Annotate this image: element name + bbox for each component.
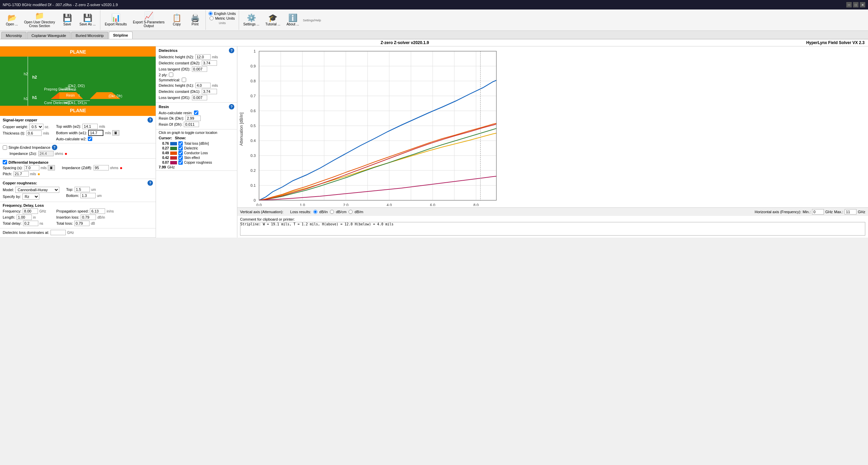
- roughness-top-input[interactable]: [75, 187, 90, 192]
- save-as-button[interactable]: 💾 Save As ...: [77, 13, 98, 27]
- dielectric-loss-input[interactable]: [51, 230, 66, 235]
- total-loss-checkbox[interactable]: [178, 141, 183, 146]
- tab-buried[interactable]: Buried Microstrip: [71, 32, 108, 39]
- english-units-radio[interactable]: [209, 12, 213, 16]
- tab-coplanar[interactable]: Coplanar Waveguide: [27, 32, 71, 39]
- save-button[interactable]: 💾 Save: [59, 13, 76, 27]
- legend-copper-roughness: 0.07 Copper roughness: [159, 160, 234, 165]
- dielectrics-section: Dielectrics ? Dielectric height (h2): mi…: [156, 46, 237, 103]
- zdiff-label: Impedance (Zdiff):: [62, 166, 92, 170]
- signal-copper-help[interactable]: ?: [147, 117, 153, 123]
- df1-input[interactable]: [192, 95, 207, 100]
- dk2-input[interactable]: [202, 60, 217, 66]
- bottom-width-input[interactable]: [88, 130, 103, 136]
- roughness-bottom-input[interactable]: [80, 193, 96, 198]
- close-button[interactable]: ✕: [860, 2, 865, 7]
- resin-help[interactable]: ?: [229, 104, 234, 109]
- loss-results-group: Loss results: dB/in dB/cm dB/m: [290, 210, 363, 214]
- resin-dk-input[interactable]: [185, 116, 201, 121]
- open-user-dir-button[interactable]: 📁 Open User DirectoryCross Section: [22, 11, 57, 29]
- about-button[interactable]: ℹ️ About ...: [284, 13, 301, 27]
- svg-text:6.0: 6.0: [430, 203, 435, 206]
- length-unit: in: [33, 216, 36, 219]
- zdiff-input[interactable]: [94, 165, 109, 170]
- single-ended-help[interactable]: ?: [52, 145, 57, 150]
- single-impedance-input[interactable]: [38, 151, 54, 156]
- export-results-button[interactable]: 📊 Export Results: [102, 13, 129, 27]
- tab-microstrip[interactable]: Microstrip: [1, 32, 26, 39]
- open-icon: 📂: [7, 14, 17, 22]
- svg-text:8.0: 8.0: [473, 203, 478, 206]
- auto-calc-w2-checkbox[interactable]: [88, 137, 92, 141]
- h-min-input[interactable]: [812, 209, 824, 215]
- skin-effect-color: [170, 156, 177, 160]
- spacing-calc[interactable]: 🖩: [48, 165, 55, 170]
- total-loss-input[interactable]: [74, 221, 90, 226]
- prop-speed-input[interactable]: [90, 208, 105, 214]
- svg-text:0.6: 0.6: [251, 109, 256, 113]
- pitch-input[interactable]: [14, 171, 29, 177]
- minimize-button[interactable]: ─: [846, 2, 852, 7]
- thickness-input[interactable]: [26, 130, 42, 136]
- save-icon: 💾: [63, 14, 72, 22]
- dbin-radio[interactable]: [313, 210, 317, 214]
- symmetrical-checkbox[interactable]: [182, 78, 186, 82]
- conductor-loss-checkbox[interactable]: [178, 151, 183, 155]
- dbm-radio[interactable]: [349, 210, 353, 214]
- svg-text:0.9: 0.9: [251, 64, 256, 68]
- maximize-button[interactable]: □: [853, 2, 859, 7]
- roughness-bottom-row: Bottom: um: [66, 193, 102, 198]
- dk1-input[interactable]: [202, 89, 217, 94]
- dbcm-radio[interactable]: [330, 210, 334, 214]
- graph-container[interactable]: 0.0 1.0 2.0 4.0 6.0 8.0: [237, 46, 868, 207]
- top-width-input[interactable]: [82, 124, 98, 129]
- calc-button[interactable]: 🖩: [112, 130, 119, 136]
- tutorial-button[interactable]: 🎓 Tutorial ...: [263, 13, 283, 27]
- skin-effect-checkbox[interactable]: [178, 156, 183, 160]
- settings-help-label: Settings/Help: [303, 19, 321, 22]
- h2-row: Dielectric height (h2): mils: [159, 54, 234, 60]
- spacing-input[interactable]: [24, 165, 39, 170]
- insertion-loss-input[interactable]: [81, 215, 96, 220]
- svg-text:2.0: 2.0: [343, 203, 348, 206]
- differential-checkbox[interactable]: [3, 160, 7, 164]
- settings-group: ⚙️ Settings ... 🎓 Tutorial ... ℹ️ About …: [239, 10, 323, 30]
- length-input[interactable]: [17, 215, 32, 220]
- h-min-unit: GHz: [825, 210, 833, 214]
- tab-stripline[interactable]: Stripline: [109, 32, 133, 39]
- roughness-model-select[interactable]: Cannonball-Huray: [15, 187, 59, 193]
- copy-button[interactable]: 📋 Copy: [168, 13, 185, 27]
- print-label: Print: [192, 22, 199, 26]
- resin-df-input[interactable]: [184, 122, 199, 127]
- dielectric-checkbox[interactable]: [178, 146, 183, 150]
- two-ply-checkbox[interactable]: [169, 73, 173, 77]
- copper-weight-select[interactable]: 0.51.0: [29, 124, 43, 130]
- auto-calc-resin-label: Auto-calculate resin:: [159, 111, 193, 115]
- dk2-row: Dielectric constant (Dk2):: [159, 60, 234, 66]
- h-max-input[interactable]: [845, 209, 856, 215]
- dielectric-loss-unit: GHz: [67, 231, 74, 235]
- svg-text:0.8: 0.8: [251, 79, 256, 83]
- metric-units-radio[interactable]: [210, 16, 214, 20]
- symmetrical-row: Symmetrical:: [159, 78, 234, 82]
- print-button[interactable]: 🖨️ Print: [186, 13, 203, 27]
- single-ended-checkbox[interactable]: [3, 145, 7, 150]
- left-panel: PLANE PLANE h2 h1 Prepreg Dielectric2 (D…: [0, 46, 156, 238]
- df2-input[interactable]: [192, 66, 207, 72]
- h2-input[interactable]: [195, 54, 211, 60]
- dielectrics-help[interactable]: ?: [229, 48, 234, 53]
- auto-calc-resin-checkbox[interactable]: [194, 110, 198, 115]
- export-sparams-button[interactable]: 📈 Export S-ParametersOutput: [131, 11, 167, 29]
- total-delay-input[interactable]: [23, 221, 38, 226]
- copper-roughness-legend-checkbox[interactable]: [178, 160, 183, 165]
- dielectric-color: [170, 147, 177, 150]
- axis-controls: Vertical axis (Attenuation): Loss result…: [237, 207, 868, 216]
- copper-roughness-help[interactable]: ?: [147, 180, 153, 186]
- h1-input[interactable]: [195, 83, 211, 88]
- roughness-specify-select[interactable]: Rz: [22, 194, 39, 200]
- frequency-input[interactable]: [23, 208, 38, 214]
- open-button[interactable]: 📂 Open ...: [3, 13, 20, 27]
- settings-button[interactable]: ⚙️ Settings ...: [241, 13, 262, 27]
- comment-textarea[interactable]: Stripline: W = 19.1 mils, T = 1.2 mils, …: [240, 222, 865, 236]
- h2-unit: mils: [212, 55, 218, 59]
